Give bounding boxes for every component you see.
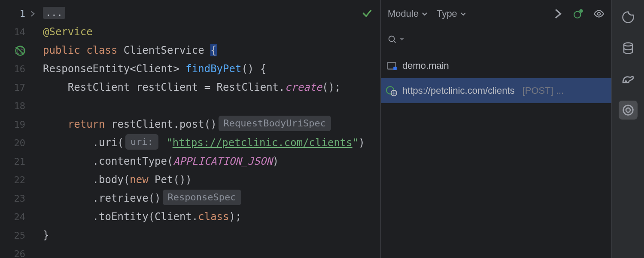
gutter-line[interactable]: 21: [0, 152, 37, 171]
inlay-hint[interactable]: RequestBodyUriSpec: [219, 116, 331, 131]
gutter: 1 14 15 16 17 18 19 20 21 22 23 24 25 26: [0, 0, 38, 258]
tree-row-label: demo.main: [402, 60, 449, 71]
gutter-line[interactable]: 23: [0, 189, 37, 208]
svg-point-2: [580, 9, 583, 12]
chevron-down-icon: [421, 10, 428, 17]
gutter-line[interactable]: 17: [0, 78, 37, 97]
check-icon[interactable]: [361, 8, 373, 19]
dropdown-label: Type: [437, 8, 457, 19]
database-tool-button[interactable]: [619, 39, 638, 58]
globe-icon: [386, 85, 397, 96]
right-sidebar: [611, 0, 644, 258]
gutter-line[interactable]: 14: [0, 23, 37, 41]
svg-point-4: [389, 36, 395, 42]
endpoint-url: https://petclinic.com/clients: [402, 85, 515, 96]
tree-module-row[interactable]: demo.main: [381, 53, 611, 78]
tree-endpoint-row[interactable]: https://petclinic.com/clients [POST] ...: [381, 78, 611, 103]
gutter-line[interactable]: 18: [0, 97, 37, 115]
inlay-hint[interactable]: ResponseSpec: [163, 190, 241, 205]
spring-tool-button[interactable]: [619, 8, 638, 27]
gutter-line[interactable]: 15: [0, 41, 37, 60]
svg-point-9: [624, 43, 632, 46]
gutter-line[interactable]: 19: [0, 115, 37, 134]
editor-body[interactable]: ... @Service public class ClientService …: [38, 0, 380, 258]
gutter-line[interactable]: 25: [0, 226, 37, 245]
gutter-line[interactable]: 16: [0, 60, 37, 78]
search-icon: [388, 35, 397, 44]
gutter-line[interactable]: 24: [0, 208, 37, 226]
module-dropdown[interactable]: Module: [388, 8, 428, 19]
gutter-line[interactable]: 1: [0, 4, 37, 23]
folded-region[interactable]: ...: [43, 7, 65, 19]
gradle-tool-button[interactable]: [619, 70, 638, 89]
code-text: @Service: [43, 26, 93, 38]
svg-point-1: [574, 11, 580, 18]
type-dropdown[interactable]: Type: [437, 8, 467, 19]
chevron-right-icon[interactable]: [29, 10, 36, 18]
chevron-down-icon: [460, 10, 467, 17]
eye-icon[interactable]: [593, 8, 605, 19]
svg-rect-6: [393, 67, 397, 70]
panel-header: Module Type: [381, 0, 611, 28]
gutter-line[interactable]: 26: [0, 245, 37, 258]
svg-point-3: [598, 12, 601, 15]
gutter-line[interactable]: 20: [0, 134, 37, 152]
svg-point-10: [625, 81, 626, 82]
dropdown-caret-icon: [400, 37, 404, 42]
panel-search[interactable]: [381, 28, 611, 52]
endpoints-tree: demo.main https://petclinic.com/clients …: [381, 52, 611, 258]
openapi-icon[interactable]: [573, 8, 584, 19]
endpoints-tool-button[interactable]: [619, 101, 638, 120]
endpoints-panel: Module Type demo.main: [380, 0, 611, 258]
endpoint-method: [POST] ...: [522, 85, 564, 96]
module-icon: [386, 60, 397, 71]
gutter-line[interactable]: 22: [0, 171, 37, 189]
code-editor: 1 14 15 16 17 18 19 20 21 22 23 24 25 26…: [0, 0, 380, 258]
no-http-icon[interactable]: [14, 45, 26, 57]
chevron-right-icon[interactable]: [552, 8, 563, 19]
dropdown-label: Module: [388, 8, 419, 19]
inlay-hint[interactable]: uri:: [125, 134, 158, 150]
